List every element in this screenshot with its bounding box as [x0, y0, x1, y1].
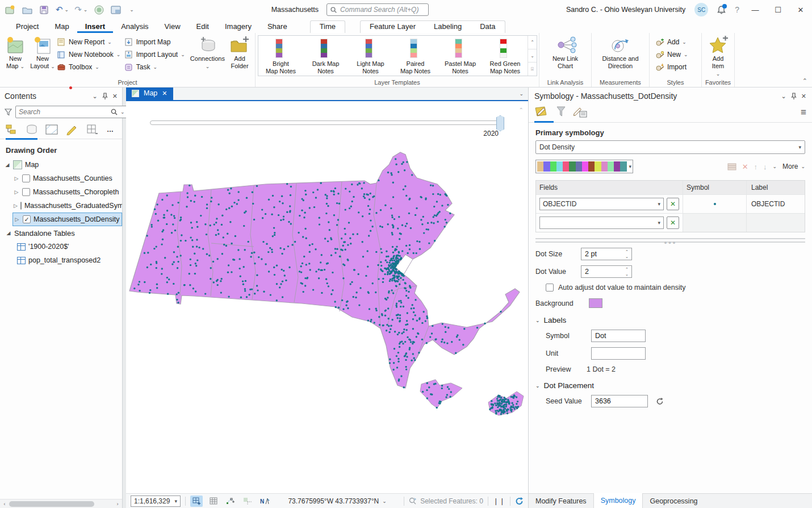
scrollbar-thumb[interactable]: [9, 501, 94, 507]
maximize-button[interactable]: ☐: [771, 6, 785, 14]
symbol-layer-drawing-tab[interactable]: [573, 106, 588, 122]
qat-customize-icon[interactable]: ⌄: [129, 7, 134, 13]
gallery-item-paired-map-notes[interactable]: PairedMap Notes: [393, 36, 438, 76]
expand-icon[interactable]: ▷: [14, 216, 20, 222]
gallery-item-pastel-map-notes[interactable]: Pastel MapNotes: [438, 36, 483, 76]
primary-symbology-tab[interactable]: [534, 106, 549, 122]
save-project-icon[interactable]: [39, 4, 50, 15]
more-button[interactable]: More⌄: [782, 163, 805, 170]
task-button[interactable]: Task⌄: [124, 62, 189, 72]
expand-icon[interactable]: ▷: [14, 176, 19, 181]
contents-close-icon[interactable]: ✕: [112, 93, 118, 100]
dot-size-spinner[interactable]: ⌃⌄: [581, 248, 632, 260]
panel-splitter[interactable]: ●●●: [535, 238, 805, 243]
tab-drawing-order[interactable]: [6, 124, 18, 139]
vary-symbology-tab[interactable]: [556, 106, 566, 122]
new-link-chart-button[interactable]: New Link Chart: [543, 34, 588, 70]
ribbon-tab-share[interactable]: Share: [259, 21, 295, 33]
search-options-chevron-icon[interactable]: ⌄: [120, 109, 125, 115]
section-collapse-icon[interactable]: ⌄: [535, 318, 540, 323]
layer-checkbox[interactable]: [22, 188, 30, 196]
selected-features-count[interactable]: Selected Features: 0: [420, 497, 483, 505]
account-name[interactable]: Sandro C. - Ohio Wesleyan University: [566, 6, 685, 14]
tab-selection[interactable]: [45, 124, 58, 139]
undo-button[interactable]: ↶⌄: [56, 5, 69, 15]
move-up-icon[interactable]: ↑: [754, 163, 758, 171]
tree-item-layer[interactable]: ▷ Massachusetts_Counties: [0, 172, 122, 185]
expression-button[interactable]: ✕: [667, 216, 679, 229]
tab-labeling-classes[interactable]: [86, 124, 99, 139]
window-layout-icon[interactable]: [110, 4, 122, 15]
seed-input-wrap[interactable]: [591, 395, 648, 407]
unit-input-wrap[interactable]: [591, 347, 646, 360]
layer-checkbox[interactable]: [20, 202, 22, 210]
grid-tool-icon[interactable]: [207, 495, 220, 507]
tree-item-layer-selected[interactable]: ▷ ✓ Massachusetts_DotDensity: [12, 213, 122, 226]
time-slider-track[interactable]: [150, 120, 501, 125]
gallery-scroll-up[interactable]: ⌃: [528, 36, 537, 49]
scheme-options-icon[interactable]: [727, 163, 736, 170]
symbology-type-select[interactable]: Dot Density▾: [535, 140, 805, 154]
new-project-icon[interactable]: [5, 4, 16, 15]
contents-search-field[interactable]: [19, 108, 108, 116]
ribbon-tab-map[interactable]: Map: [47, 21, 77, 33]
tab-data-sources[interactable]: [26, 124, 37, 139]
auto-adjust-checkbox[interactable]: [546, 284, 554, 292]
collapse-icon[interactable]: ◢: [6, 230, 11, 236]
avatar[interactable]: SC: [694, 3, 708, 16]
tab-symbology[interactable]: Symbology: [593, 493, 643, 508]
collapse-icon[interactable]: ◢: [5, 162, 10, 168]
styles-new-button[interactable]: New⌄: [655, 49, 688, 60]
add-folder-button[interactable]: Add Folder: [227, 34, 253, 70]
regenerate-seed-icon[interactable]: [656, 397, 664, 405]
seed-value-input[interactable]: [592, 395, 647, 407]
import-map-button[interactable]: Import Map: [124, 37, 189, 47]
dot-placement-section-header[interactable]: ⌄ Dot Placement: [535, 381, 805, 390]
new-notebook-button[interactable]: New Notebook⌄: [57, 49, 123, 60]
tree-item-table[interactable]: '1900-2020$': [0, 240, 122, 253]
distance-direction-button[interactable]: Distance and Direction: [595, 34, 647, 70]
refresh-button[interactable]: [515, 497, 524, 505]
spin-down-icon[interactable]: ⌄: [625, 272, 629, 277]
globe-icon[interactable]: [93, 4, 104, 15]
north-arrow-icon[interactable]: N: [258, 495, 271, 507]
scroll-right-icon[interactable]: ›: [114, 501, 121, 507]
gallery-item-red-green-map-notes[interactable]: Red GreenMap Notes: [483, 36, 528, 76]
scroll-left-icon[interactable]: ‹: [1, 501, 8, 507]
massachusetts-map[interactable]: [126, 101, 528, 492]
connections-button[interactable]: Connections⌄: [190, 34, 225, 69]
gallery-item-light-map-notes[interactable]: Light MapNotes: [348, 36, 393, 76]
tree-item-layer[interactable]: ▷ Massachusetts_Choropleth: [0, 185, 122, 199]
notifications-bell-icon[interactable]: [717, 5, 726, 14]
gallery-item-dark-map-notes[interactable]: Dark MapNotes: [303, 36, 348, 76]
undo-dropdown-icon[interactable]: ⌄: [65, 7, 69, 13]
tab-more[interactable]: …: [107, 126, 114, 137]
add-item-button[interactable]: Add Item⌄: [705, 34, 732, 77]
collapse-ribbon-icon[interactable]: ⌃: [802, 77, 807, 85]
ribbon-tab-labeling[interactable]: Labeling: [425, 21, 471, 33]
more-options-chevron-icon[interactable]: ⌄: [773, 164, 777, 169]
ribbon-tab-analysis[interactable]: Analysis: [113, 21, 156, 33]
spin-up-icon[interactable]: ⌃: [625, 249, 629, 254]
color-scheme-picker[interactable]: ▾: [535, 160, 633, 173]
background-color-swatch[interactable]: [589, 298, 602, 308]
spin-down-icon[interactable]: ⌄: [625, 254, 629, 259]
map-tab[interactable]: Map ✕: [126, 86, 173, 100]
ribbon-tab-project[interactable]: Project: [8, 21, 47, 33]
unit-input[interactable]: [592, 348, 645, 359]
tree-item-map[interactable]: ◢ Map: [0, 158, 122, 172]
map-overlay-chevron-icon[interactable]: ⌃: [519, 107, 524, 113]
contents-pin-icon[interactable]: [102, 93, 108, 99]
gallery-item-bright-map-notes[interactable]: BrightMap Notes: [258, 36, 303, 76]
symbol-input[interactable]: [592, 330, 645, 342]
styles-add-button[interactable]: Add⌄: [655, 37, 688, 47]
filter-icon[interactable]: [5, 109, 12, 116]
tree-item-standalone-tables[interactable]: ◢ Standalone Tables: [0, 226, 122, 240]
scale-combobox[interactable]: 1:1,616,329▾: [131, 495, 181, 507]
edit-vertices-tool-icon[interactable]: [224, 495, 237, 507]
symbology-close-icon[interactable]: ✕: [801, 93, 806, 100]
gallery-expand[interactable]: ⍗: [528, 63, 537, 76]
tree-item-layer[interactable]: ▷ Massachusetts_GraduatedSymb: [0, 199, 122, 213]
close-button[interactable]: ✕: [794, 6, 807, 14]
tab-modify-features[interactable]: Modify Features: [529, 494, 593, 508]
